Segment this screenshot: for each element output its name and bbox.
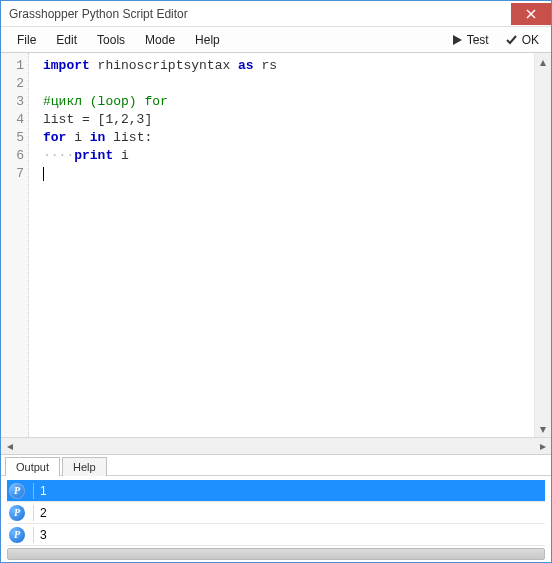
print-icon: P xyxy=(9,527,25,543)
output-row[interactable]: P 3 xyxy=(7,524,545,546)
line-gutter: 1 2 3 4 5 6 7 xyxy=(1,53,29,437)
check-icon xyxy=(505,33,518,46)
divider xyxy=(33,527,34,543)
output-horizontal-scrollbar[interactable] xyxy=(7,548,545,560)
text-caret xyxy=(43,167,44,181)
tab-help[interactable]: Help xyxy=(62,457,107,476)
test-button-label: Test xyxy=(467,33,489,47)
code-keyword: print xyxy=(74,148,113,163)
scroll-left-icon[interactable]: ◂ xyxy=(1,438,18,455)
close-button[interactable] xyxy=(511,3,551,25)
code-area[interactable]: import rhinoscriptsyntax as rs #цикл (lo… xyxy=(29,53,534,437)
menubar: File Edit Tools Mode Help Test OK xyxy=(1,27,551,53)
code-comment: #цикл (loop) for xyxy=(43,94,168,109)
code-text: i xyxy=(113,148,129,163)
line-number: 6 xyxy=(1,147,24,165)
scroll-up-icon[interactable]: ▴ xyxy=(535,53,551,70)
output-value: 1 xyxy=(40,484,47,498)
output-value: 3 xyxy=(40,528,47,542)
code-whitespace: ···· xyxy=(43,148,74,163)
ok-button-label: OK xyxy=(522,33,539,47)
test-button[interactable]: Test xyxy=(445,31,495,49)
divider xyxy=(33,483,34,499)
scrollbar-track[interactable] xyxy=(535,70,551,420)
code-keyword: as xyxy=(238,58,254,73)
tab-output[interactable]: Output xyxy=(5,457,60,476)
scrollbar-track[interactable] xyxy=(18,438,534,455)
editor-viewport: 1 2 3 4 5 6 7 import rhinoscriptsyntax a… xyxy=(1,53,551,437)
code-keyword: in xyxy=(90,130,106,145)
horizontal-scrollbar[interactable]: ◂ ▸ xyxy=(1,437,551,454)
output-value: 2 xyxy=(40,506,47,520)
code-text: rhinoscriptsyntax xyxy=(90,58,238,73)
play-icon xyxy=(451,34,463,46)
line-number: 3 xyxy=(1,93,24,111)
menu-mode[interactable]: Mode xyxy=(135,29,185,51)
line-number: 4 xyxy=(1,111,24,129)
titlebar: Grasshopper Python Script Editor xyxy=(1,1,551,27)
code-keyword: for xyxy=(43,130,66,145)
menu-help[interactable]: Help xyxy=(185,29,230,51)
line-number: 2 xyxy=(1,75,24,93)
output-row[interactable]: P 1 xyxy=(7,480,545,502)
menu-tools[interactable]: Tools xyxy=(87,29,135,51)
editor: 1 2 3 4 5 6 7 import rhinoscriptsyntax a… xyxy=(1,53,551,454)
output-rows: P 1 P 2 P 3 xyxy=(7,480,545,546)
line-number: 1 xyxy=(1,57,24,75)
bottom-tabstrip: Output Help xyxy=(1,454,551,476)
line-number: 7 xyxy=(1,165,24,183)
window-title: Grasshopper Python Script Editor xyxy=(9,7,511,21)
print-icon: P xyxy=(9,483,25,499)
close-icon xyxy=(526,9,536,19)
code-text: i xyxy=(66,130,89,145)
code-keyword: import xyxy=(43,58,90,73)
line-number: 5 xyxy=(1,129,24,147)
divider xyxy=(33,505,34,521)
code-text: rs xyxy=(254,58,277,73)
output-panel: P 1 P 2 P 3 xyxy=(1,476,551,562)
code-text: list = [1,2,3] xyxy=(43,112,152,127)
code-text: list: xyxy=(105,130,152,145)
vertical-scrollbar[interactable]: ▴ ▾ xyxy=(534,53,551,437)
output-row[interactable]: P 2 xyxy=(7,502,545,524)
scroll-down-icon[interactable]: ▾ xyxy=(535,420,551,437)
print-icon: P xyxy=(9,505,25,521)
scroll-right-icon[interactable]: ▸ xyxy=(534,438,551,455)
ok-button[interactable]: OK xyxy=(499,31,545,49)
menu-file[interactable]: File xyxy=(7,29,46,51)
menu-edit[interactable]: Edit xyxy=(46,29,87,51)
